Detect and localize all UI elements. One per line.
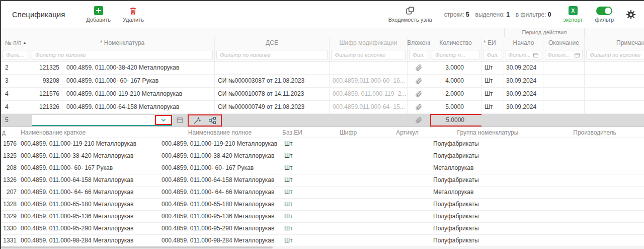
- lookup-row[interactable]: 1328000.4859. 011.000-65-180 Металлорука…: [1, 199, 644, 211]
- lookup-table-body: 1576000.4859. 011.000-119-210 Металлорук…: [1, 138, 644, 246]
- open-card-icon[interactable]: [176, 116, 184, 124]
- lookup-cell: 000.4859. 011.000-95-136 Металлорукав: [19, 211, 159, 222]
- lookup-cell: [383, 223, 431, 234]
- add-button[interactable]: Добавить: [86, 6, 111, 23]
- cell-dse: СИ №000010078 от 14.11.2023: [215, 88, 330, 100]
- lookup-cell: [383, 199, 431, 210]
- lookup-cell: [313, 174, 383, 186]
- filter-attachments-input[interactable]: [409, 50, 428, 60]
- lookup-cell: [544, 174, 644, 186]
- nomenclature-input[interactable]: [32, 115, 155, 125]
- lookup-row[interactable]: 207000.4859. 011.000- 64- 66 Металлорука…: [1, 186, 644, 199]
- lookup-col-short-name[interactable]: Наименование краткое: [19, 127, 159, 138]
- cell-unit: Шт: [481, 101, 504, 113]
- filter-toggle-group[interactable]: фильтр: [595, 7, 614, 23]
- scrollbar-thumb[interactable]: [1, 246, 273, 248]
- filter-nomenclature-input[interactable]: [32, 50, 213, 60]
- horizontal-scrollbar[interactable]: [1, 246, 644, 249]
- filter-num-input[interactable]: [3, 50, 28, 60]
- paperclip-icon[interactable]: [416, 91, 422, 97]
- column-header-row: № п/п▲ * Номенклатура ДСЕ Шифр модификац…: [1, 37, 644, 48]
- paperclip-icon[interactable]: [416, 78, 422, 84]
- wand-icon[interactable]: [193, 116, 201, 125]
- lookup-col-cipher[interactable]: Шифр: [313, 127, 383, 138]
- lookup-row[interactable]: 1326000.4859. 011.000-64-158 Металлорука…: [1, 174, 644, 186]
- nomenclature-edit-input[interactable]: [32, 115, 172, 126]
- lookup-col-manufacturer[interactable]: Производитель: [544, 127, 644, 138]
- table-row[interactable]: 4121326000.4859. 011.000-64-158 Металлор…: [1, 101, 644, 114]
- lookup-cell: 000.4859. 011.000-119-210 Металлорукав: [19, 138, 159, 150]
- lookup-cell: 1328: [1, 199, 19, 210]
- delete-button[interactable]: Удалить: [123, 7, 144, 23]
- lookup-col-full-name[interactable]: Наименование полное: [159, 127, 280, 138]
- cell-attachments: [408, 88, 430, 100]
- lookup-row[interactable]: 1330000.4859. 011.000-95-290 Металлорука…: [1, 223, 644, 235]
- lookup-cell: 000.4859. 011.000-98-284 Металлорукав: [159, 235, 280, 246]
- lookup-cell: [313, 138, 383, 150]
- filter-toggle[interactable]: [596, 7, 612, 15]
- col-header-attachments[interactable]: Вложени: [408, 37, 430, 48]
- edit-note-cell[interactable]: [585, 114, 644, 127]
- filter-period-end-input[interactable]: [547, 52, 573, 58]
- paperclip-icon[interactable]: [416, 104, 422, 110]
- lookup-cell: [544, 223, 644, 234]
- col-header-num[interactable]: № п/п▲: [1, 37, 30, 48]
- filter-unit-input[interactable]: [483, 50, 502, 60]
- lookup-col-group[interactable]: Группа номенклатуры: [431, 127, 544, 138]
- lookup-cell: Шт: [280, 186, 313, 198]
- lookup-col-code[interactable]: д: [1, 127, 19, 138]
- calendar-icon[interactable]: [533, 52, 539, 58]
- lookup-row[interactable]: 208000.4859. 011.000- 60- 167 Рукав000.4…: [1, 162, 644, 174]
- lookup-cell: 1325: [1, 150, 19, 162]
- filter-dse-input[interactable]: [216, 50, 328, 60]
- col-header-note[interactable]: Примечани: [585, 37, 644, 48]
- filter-period-start-input[interactable]: [508, 52, 532, 58]
- table-row[interactable]: 4121576000.4859. 011.000-119-210 Металло…: [1, 88, 644, 101]
- edit-period-start-cell[interactable]: [504, 114, 543, 127]
- cell-attachments: [408, 61, 430, 74]
- lookup-cell: Полуфабрикаты: [431, 138, 544, 150]
- cell-dse: СИ №000000749 от 21.08.2023: [215, 101, 330, 113]
- paperclip-icon[interactable]: [416, 65, 422, 71]
- node-usage-button[interactable]: Входимость узла: [388, 6, 432, 23]
- col-header-dse[interactable]: ДСЕ: [215, 37, 330, 48]
- filter-mod-code-input[interactable]: [331, 50, 406, 60]
- settings-gear-icon[interactable]: [626, 10, 636, 20]
- lookup-cell: [313, 150, 383, 162]
- col-header-period-start[interactable]: Начало: [504, 37, 543, 48]
- col-header-quantity[interactable]: Количество: [430, 37, 481, 48]
- chevron-down-icon[interactable]: [155, 115, 172, 125]
- lookup-cell: 207: [1, 186, 19, 198]
- lookup-cell: Шт: [280, 211, 313, 222]
- export-button[interactable]: X экспорт: [563, 6, 583, 23]
- lookup-cell: 1326: [1, 174, 19, 186]
- lookup-row[interactable]: 1329000.4859. 011.000-95-136 Металлорука…: [1, 211, 644, 223]
- filter-note-input[interactable]: [586, 50, 644, 60]
- edit-row[interactable]: 5: [1, 114, 644, 127]
- tree-icon[interactable]: [208, 116, 216, 125]
- lookup-col-article[interactable]: Артикул: [383, 127, 431, 138]
- table-row[interactable]: 2121325000.4859. 011.000-38-420 Металлор…: [1, 61, 644, 75]
- cell-note: [585, 101, 644, 113]
- cell-period-start: 30.09.2024: [504, 88, 543, 100]
- filter-quantity-input[interactable]: [432, 50, 479, 60]
- col-header-period-end[interactable]: Окончание: [543, 37, 585, 48]
- col-header-mod-code[interactable]: Шифр модификации: [330, 37, 408, 48]
- col-header-nomenclature[interactable]: * Номенклатура: [30, 37, 215, 48]
- paperclip-icon[interactable]: [416, 117, 422, 123]
- col-header-unit[interactable]: * ЕИ: [481, 37, 504, 48]
- lookup-row[interactable]: 1331000.4859. 011.000-98-284 Металлорука…: [1, 235, 644, 246]
- lookup-row[interactable]: 1576000.4859. 011.000-119-210 Металлорук…: [1, 138, 644, 150]
- lookup-cell: [544, 211, 644, 222]
- edit-quantity-cell[interactable]: 5.0000: [430, 114, 481, 127]
- edit-period-end-cell[interactable]: [543, 114, 585, 127]
- filter-toggle-label: фильтр: [595, 17, 614, 23]
- calendar-icon[interactable]: [574, 52, 580, 58]
- lookup-col-base-unit[interactable]: Баз.ЕИ: [280, 127, 313, 138]
- filter-row: [1, 48, 644, 61]
- lookup-cell: [313, 199, 383, 210]
- table-row[interactable]: 393208000.4859. 011.000- 60- 167 РукавСИ…: [1, 75, 644, 88]
- lookup-row[interactable]: 1325000.4859. 011.000-38-420 Металлорука…: [1, 150, 644, 162]
- lookup-cell: 000.4859. 011.000-38-420 Металлорукав: [159, 150, 280, 162]
- edit-unit-cell[interactable]: [481, 114, 504, 127]
